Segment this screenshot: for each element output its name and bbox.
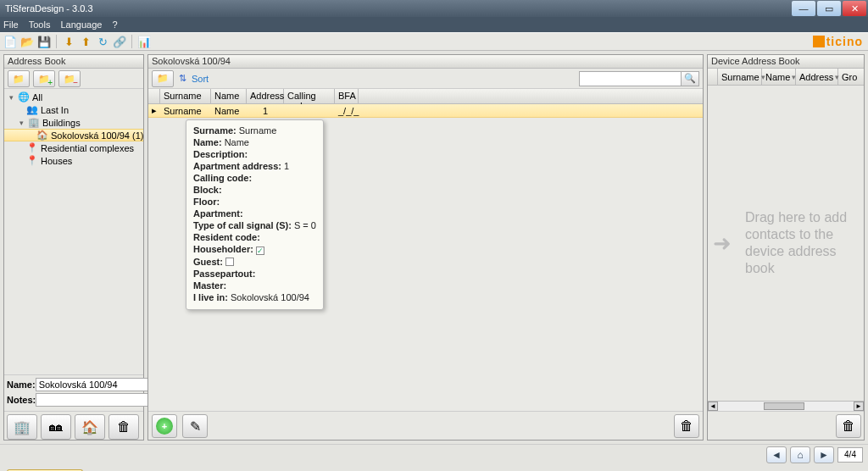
scroll-right-button[interactable]: ► [854, 402, 864, 411]
tree-selected-building[interactable]: 🏠Sokolovská 100/94 (1) [4, 129, 143, 141]
row-marker: ▸ [148, 105, 160, 116]
edit-contact-button[interactable]: ✎ [182, 414, 208, 438]
home-button[interactable]: ⌂ [790, 446, 810, 463]
tree-last-in[interactable]: 👥Last In [4, 103, 143, 116]
row-marker-header[interactable] [148, 89, 160, 103]
add-folder-button[interactable]: 📁+ [33, 70, 55, 87]
main-toolbar: 📄 📂 💾 ⬇ ⬆ ↻ 🔗 📊 ticino [0, 32, 868, 51]
contacts-bottom-toolbar: + ✎ 🗑 [148, 411, 703, 440]
new-icon[interactable]: 📄 [3, 35, 17, 48]
menu-file[interactable]: File [3, 19, 19, 30]
tree-root[interactable]: ▾🌐All [4, 91, 143, 103]
contacts-panel: Sokolovská 100/94 📁 ⇅ Sort 🔍 Surname Nam… [147, 54, 704, 441]
menu-tools[interactable]: Tools [29, 19, 51, 30]
contact-detail-tooltip: Surname:Surname Name:Name Description: A… [186, 119, 324, 310]
prev-page-button[interactable]: ◄ [766, 446, 787, 463]
titlebar: TiSferaDesign - 3.0.3 — ▭ ✕ [0, 0, 868, 17]
contacts-grid-body[interactable]: ▸ Surname Name 1 _/_/_ Surname:Surname N… [148, 104, 703, 411]
maximize-button[interactable]: ▭ [817, 1, 841, 16]
upload-icon[interactable]: ⬆ [79, 35, 92, 48]
sync-icon[interactable]: ↻ [96, 35, 109, 48]
name-input[interactable] [36, 378, 159, 391]
tree-item-form: Name: Notes: [4, 374, 143, 411]
col-bfa[interactable]: BFA [335, 89, 359, 103]
device-col-name[interactable]: Name▾ [762, 69, 796, 85]
sort-button[interactable]: Sort [192, 74, 209, 84]
add-contact-button[interactable]: + [152, 414, 177, 438]
col-name[interactable]: Name [211, 89, 247, 103]
scroll-thumb[interactable] [764, 402, 804, 410]
minimize-button[interactable]: — [792, 1, 815, 16]
search-button[interactable]: 🔍 [681, 71, 699, 86]
tree-buildings[interactable]: ▾🏢Buildings [4, 116, 143, 129]
menu-language[interactable]: Language [60, 19, 102, 30]
tree-residential[interactable]: 📍Residential complexes [4, 141, 143, 154]
menubar: File Tools Language ? [0, 17, 868, 32]
sort-icon[interactable]: ⇅ [179, 73, 186, 84]
address-tree[interactable]: ▾🌐All 👥Last In ▾🏢Buildings 🏠Sokolovská 1… [4, 89, 143, 374]
save-icon[interactable]: 💾 [37, 35, 51, 48]
open-icon[interactable]: 📂 [20, 35, 34, 48]
address-book-panel: Address Book 📁 📁+ 📁− ▾🌐All 👥Last In ▾🏢Bu… [3, 54, 144, 441]
guest-checkbox [225, 258, 234, 266]
device-address-book-panel: Device Address Book Surname▾ Name▾ Addre… [707, 54, 865, 441]
scroll-left-button[interactable]: ◄ [708, 402, 718, 411]
device-delete-button[interactable]: 🗑 [836, 414, 861, 438]
folder-button[interactable]: 📁 [8, 70, 30, 87]
remove-folder-button[interactable]: 📁− [58, 70, 81, 87]
page-indicator: 4/4 [837, 447, 863, 463]
notes-label: Notes: [7, 395, 36, 405]
info-bar: Info and errors [0, 468, 868, 471]
col-calling-code[interactable]: Calling code [284, 89, 335, 103]
chart-icon[interactable]: 📊 [137, 35, 151, 48]
contacts-folder-button[interactable]: 📁 [152, 70, 174, 87]
device-col-gro[interactable]: Gro [838, 69, 860, 85]
workspace: Address Book 📁 📁+ 📁− ▾🌐All 👥Last In ▾🏢Bu… [0, 51, 868, 444]
device-ab-title: Device Address Book [708, 55, 864, 69]
device-drop-zone[interactable]: ➜ Drag here to add contacts to the devic… [708, 86, 864, 401]
tree-houses[interactable]: 📍Houses [4, 154, 143, 167]
drop-hint-text: Drag here to add contacts to the device … [745, 209, 864, 277]
device-hscrollbar[interactable]: ◄ ► [708, 401, 864, 411]
contacts-toolbar: 📁 ⇅ Sort 🔍 [148, 69, 703, 89]
delete-contact-button[interactable]: 🗑 [674, 414, 699, 438]
address-book-title: Address Book [4, 55, 143, 69]
contacts-grid-header: Surname Name Address Calling code BFA [148, 89, 703, 104]
cell-bfa: _/_/_ [335, 106, 359, 116]
close-button[interactable]: ✕ [843, 1, 866, 16]
col-surname[interactable]: Surname [160, 89, 211, 103]
device-grid-header: Surname▾ Name▾ Address▾ Gro [708, 69, 864, 86]
add-house-button[interactable]: 🏠 [75, 414, 105, 440]
brand-logo: ticino [813, 35, 863, 48]
separator [131, 35, 132, 48]
contacts-title: Sokolovská 100/94 [148, 55, 703, 69]
add-building-button[interactable]: 🏢 [7, 414, 37, 440]
householder-checkbox [256, 247, 264, 255]
device-col-surname[interactable]: Surname▾ [718, 69, 762, 85]
notes-input[interactable] [36, 393, 159, 407]
name-label: Name: [7, 380, 36, 390]
cell-surname: Surname [160, 106, 211, 116]
cell-address: 1 [247, 106, 284, 116]
device-row-marker-header[interactable] [708, 69, 718, 85]
link-icon[interactable]: 🔗 [113, 35, 126, 48]
table-row[interactable]: ▸ Surname Name 1 _/_/_ [148, 104, 703, 118]
separator [56, 35, 57, 48]
next-page-button[interactable]: ► [814, 446, 834, 463]
search-input[interactable] [579, 71, 681, 86]
window-title: TiSferaDesign - 3.0.3 [5, 3, 792, 14]
add-complex-button[interactable]: 🏘 [41, 414, 71, 440]
col-address[interactable]: Address [247, 89, 284, 103]
cell-name: Name [211, 106, 247, 116]
drop-arrow-icon: ➜ [713, 230, 732, 257]
menu-help[interactable]: ? [112, 19, 117, 30]
device-col-address[interactable]: Address▾ [796, 69, 838, 85]
delete-button[interactable]: 🗑 [108, 414, 139, 440]
wizard-nav: ◄ ⌂ ► 4/4 [0, 444, 868, 464]
download-icon[interactable]: ⬇ [62, 35, 75, 48]
